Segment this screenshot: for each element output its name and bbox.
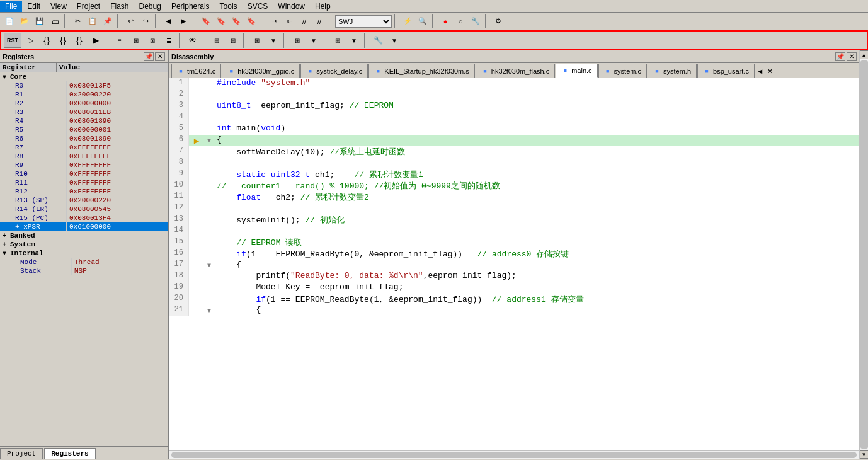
reg-row-r15[interactable]: R15 (PC) 0x080013F4	[0, 214, 168, 222]
unindent-btn[interactable]: ⇤	[282, 14, 296, 28]
bookmark3-btn[interactable]: 🔖	[229, 14, 243, 28]
menu-window[interactable]: Window	[273, 1, 310, 12]
dbg-perf-btn[interactable]: ⊞	[290, 33, 305, 48]
dbg-mem-btn[interactable]: ⊟	[209, 33, 224, 48]
menu-view[interactable]: View	[45, 1, 72, 12]
cut-btn[interactable]: ✂	[71, 14, 84, 28]
debug-start-btn[interactable]: ●	[438, 14, 452, 28]
copy-btn[interactable]: 📋	[86, 14, 100, 28]
tab-tm1624[interactable]: ■ tm1624.c	[171, 64, 221, 78]
dbg-ext-btn[interactable]: ⊞	[330, 33, 345, 48]
vscroll-down-btn[interactable]: ▼	[860, 450, 869, 459]
dbg-watch-btn[interactable]: 👁	[185, 33, 200, 48]
dbg-mix-btn[interactable]: ≣	[161, 33, 176, 48]
dbg-code-btn[interactable]: ⊞	[128, 33, 144, 48]
vscroll-area[interactable]: ▲ ▼	[859, 50, 868, 459]
vscroll-thumb[interactable]	[860, 60, 868, 449]
dbg-ext2-btn[interactable]: ▼	[346, 33, 362, 48]
debug-stop-btn[interactable]: ○	[454, 14, 467, 28]
tab-systemc[interactable]: ■ system.c	[598, 64, 647, 78]
paste-btn[interactable]: 📌	[101, 14, 115, 28]
reg-row-xpsr[interactable]: + xPSR 0x61000000	[0, 222, 168, 231]
registers-close-btn[interactable]: ✕	[155, 52, 165, 61]
hscroll-thumb[interactable]	[171, 452, 857, 458]
menu-help[interactable]: Help	[310, 1, 336, 12]
tab-flash[interactable]: ■ hk32f030m_flash.c	[476, 64, 555, 78]
code-content[interactable]: 1 #include "system.h" 2 3 uint8_t eeprom…	[169, 78, 859, 450]
menu-debug[interactable]: Debug	[134, 1, 166, 12]
core-section[interactable]: ▼ Core	[0, 72, 168, 81]
indent-btn[interactable]: ⇥	[267, 14, 281, 28]
reg-row-r5[interactable]: R5 0x00000001	[0, 125, 168, 134]
dbg-tools2-btn[interactable]: ▼	[387, 33, 402, 48]
run-to-cursor[interactable]: ▷	[23, 33, 38, 48]
dbg-reg-btn[interactable]: ⊟	[226, 33, 241, 48]
line-fold-6[interactable]: ▼	[204, 135, 214, 146]
menu-tools[interactable]: Tools	[215, 1, 243, 12]
dbg-perf2-btn[interactable]: ▼	[306, 33, 321, 48]
reg-row-r14[interactable]: R14 (LR) 0x08000545	[0, 205, 168, 214]
reg-row-r7[interactable]: R7 0xFFFFFFFF	[0, 143, 168, 152]
tab-registers[interactable]: Registers	[44, 448, 95, 459]
reg-row-r1[interactable]: R1 0x20000220	[0, 90, 168, 99]
line-fold-21[interactable]: ▼	[204, 305, 214, 316]
back-btn[interactable]: ◀	[161, 14, 175, 28]
open-btn[interactable]: 📂	[18, 14, 31, 28]
menu-file[interactable]: File	[0, 1, 22, 12]
tab-close-all[interactable]: ✕	[765, 64, 775, 78]
tab-gpio[interactable]: ■ hk32f030m_gpio.c	[222, 64, 300, 78]
step-over[interactable]: {}	[55, 33, 71, 48]
reg-row-r0[interactable]: R0 0x080013F5	[0, 81, 168, 90]
banked-section[interactable]: + Banked	[0, 231, 168, 240]
tab-project[interactable]: Project	[0, 448, 43, 459]
save-all-btn[interactable]: 🗃	[48, 14, 62, 28]
reg-row-r9[interactable]: R9 0xFFFFFFFF	[0, 161, 168, 170]
tab-startup[interactable]: ■ KEIL_Startup_hk32f030m.s	[368, 64, 475, 78]
run-btn[interactable]: ▶	[88, 33, 103, 48]
vscroll-up-btn[interactable]: ▲	[860, 50, 869, 59]
dbg-port-btn[interactable]: ⊞	[249, 33, 265, 48]
undo-btn[interactable]: ↩	[123, 14, 137, 28]
dbg-asm-btn[interactable]: ≡	[112, 33, 127, 48]
line-fold-17[interactable]: ▼	[204, 260, 214, 271]
registers-pin-btn[interactable]: 📌	[144, 52, 154, 61]
menu-project[interactable]: Project	[72, 1, 105, 12]
system-section[interactable]: + System	[0, 240, 168, 249]
tab-systick[interactable]: ■ systick_delay.c	[300, 64, 368, 78]
new-btn[interactable]: 📄	[3, 14, 16, 28]
dbg-src-btn[interactable]: ⊠	[145, 33, 160, 48]
menu-edit[interactable]: Edit	[22, 1, 45, 12]
reg-row-mode[interactable]: Mode Thread	[0, 258, 168, 267]
tab-bsp[interactable]: ■ bsp_usart.c	[697, 64, 755, 78]
settings-btn[interactable]: ⚙	[491, 14, 505, 28]
reg-row-r4[interactable]: R4 0x08001890	[0, 117, 168, 125]
flash-btn[interactable]: ⚡	[401, 14, 414, 28]
menu-svcs[interactable]: SVCS	[243, 1, 273, 12]
internal-section[interactable]: ▼ Internal	[0, 249, 168, 258]
menu-peripherals[interactable]: Peripherals	[166, 1, 215, 12]
hscroll-area[interactable]	[169, 450, 859, 459]
reg-row-r2[interactable]: R2 0x00000000	[0, 99, 168, 108]
disasm-close-btn[interactable]: ✕	[847, 52, 857, 61]
reg-row-r13[interactable]: R13 (SP) 0x20000220	[0, 196, 168, 205]
reg-row-r10[interactable]: R10 0xFFFFFFFF	[0, 170, 168, 178]
tab-systemh[interactable]: ■ system.h	[648, 64, 697, 78]
step-out[interactable]: {}	[72, 33, 87, 48]
reg-row-r8[interactable]: R8 0xFFFFFFFF	[0, 152, 168, 161]
bookmark1-btn[interactable]: 🔖	[199, 14, 213, 28]
tab-main[interactable]: ■ main.c	[556, 64, 597, 78]
save-btn[interactable]: 💾	[33, 14, 47, 28]
reg-row-r6[interactable]: R6 0x08001890	[0, 134, 168, 143]
comment-btn[interactable]: //	[297, 14, 311, 28]
reg-row-stack[interactable]: Stack MSP	[0, 267, 168, 275]
dbg-port2-btn[interactable]: ▼	[266, 33, 281, 48]
reg-row-r12[interactable]: R12 0xFFFFFFFF	[0, 187, 168, 196]
rst-btn[interactable]: RST	[4, 33, 21, 48]
bookmark4-btn[interactable]: 🔖	[244, 14, 258, 28]
dbg-tools-btn[interactable]: 🔧	[370, 33, 385, 48]
tab-scroll-left[interactable]: ◀	[755, 66, 765, 78]
disasm-pin-btn[interactable]: 📌	[835, 52, 845, 61]
reg-row-r11[interactable]: R11 0xFFFFFFFF	[0, 178, 168, 187]
redo-btn[interactable]: ↪	[139, 14, 152, 28]
search-btn[interactable]: 🔍	[416, 14, 430, 28]
